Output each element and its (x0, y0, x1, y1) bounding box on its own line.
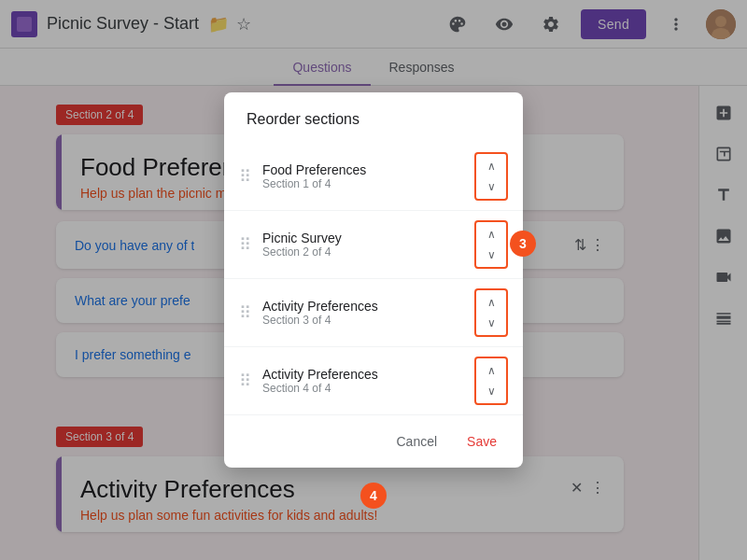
row-subtitle-3: Section 3 of 4 (262, 314, 474, 327)
dialog-row-3: ⠿ Activity Preferences Section 3 of 4 ∧ … (224, 279, 523, 347)
step-badge-4: 4 (360, 483, 387, 509)
row-info-3: Activity Preferences Section 3 of 4 (262, 299, 474, 327)
row-title-3: Activity Preferences (262, 299, 474, 314)
drag-handle-2[interactable]: ⠿ (239, 234, 251, 255)
step-badge-3: 3 (510, 231, 536, 257)
arrow-down-2[interactable]: ∨ (478, 245, 504, 265)
row-info-2: Picnic Survey Section 2 of 4 (262, 231, 474, 259)
row-title-1: Food Preferences (262, 162, 474, 177)
dialog-row-4: ⠿ Activity Preferences Section 4 of 4 ∧ … (224, 347, 523, 415)
row-info-1: Food Preferences Section 1 of 4 (262, 162, 474, 190)
row-subtitle-2: Section 2 of 4 (262, 245, 474, 259)
row-title-2: Picnic Survey (262, 231, 474, 245)
arrow-up-1[interactable]: ∧ (478, 156, 504, 176)
arrow-up-4[interactable]: ∧ (478, 360, 504, 381)
overlay[interactable]: Reorder sections ⠿ Food Preferences Sect… (0, 0, 747, 560)
row-arrows-4: ∧ ∨ (474, 357, 508, 405)
save-button[interactable]: Save (456, 427, 508, 456)
cancel-button[interactable]: Cancel (385, 427, 448, 456)
dialog-row-1: ⠿ Food Preferences Section 1 of 4 ∧ ∨ (224, 143, 523, 211)
arrow-down-4[interactable]: ∨ (478, 381, 504, 401)
row-subtitle-1: Section 1 of 4 (262, 177, 474, 190)
arrow-down-1[interactable]: ∨ (478, 176, 504, 197)
row-title-4: Activity Preferences (262, 367, 474, 382)
arrow-down-3[interactable]: ∨ (478, 313, 504, 333)
dialog-row-2: ⠿ Picnic Survey Section 2 of 4 ∧ ∨ (224, 211, 523, 279)
row-arrows-1: ∧ ∨ (474, 152, 508, 201)
reorder-dialog: Reorder sections ⠿ Food Preferences Sect… (224, 92, 523, 468)
drag-handle-4[interactable]: ⠿ (239, 371, 251, 391)
dialog-title: Reorder sections (224, 111, 523, 143)
drag-handle-1[interactable]: ⠿ (239, 166, 251, 187)
row-subtitle-4: Section 4 of 4 (262, 382, 474, 395)
dialog-footer: Cancel Save (224, 415, 523, 468)
row-info-4: Activity Preferences Section 4 of 4 (262, 367, 474, 395)
row-arrows-3: ∧ ∨ (474, 288, 508, 337)
arrow-up-3[interactable]: ∧ (478, 292, 504, 313)
arrow-up-2[interactable]: ∧ (478, 224, 504, 245)
drag-handle-3[interactable]: ⠿ (239, 302, 251, 323)
row-arrows-2: ∧ ∨ (474, 220, 508, 269)
